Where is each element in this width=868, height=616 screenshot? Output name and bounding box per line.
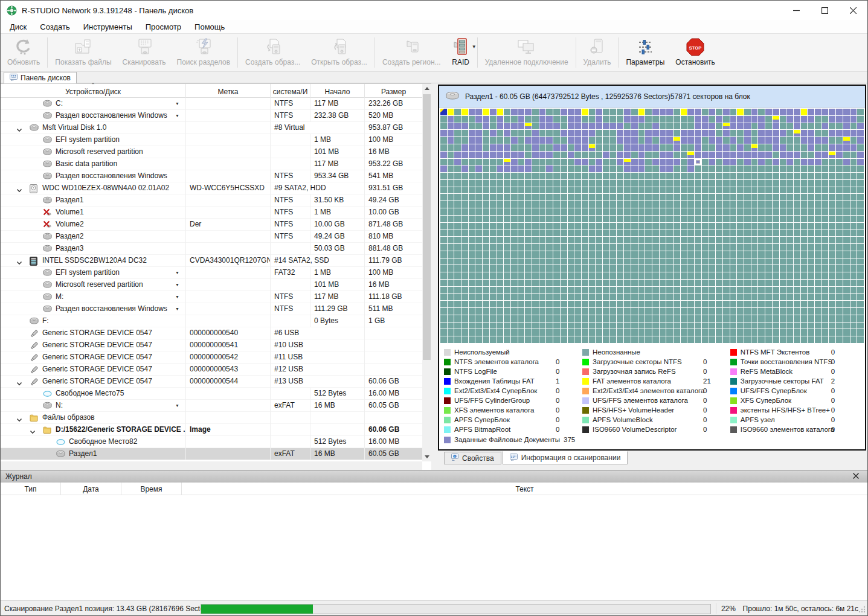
table-row[interactable]: Basic data partition117 MB953.22 GB — [1, 158, 422, 170]
scan-block — [518, 294, 525, 300]
volume-dropdown-icon[interactable]: ▼ — [175, 279, 179, 291]
table-row[interactable]: Файлы образов — [1, 412, 422, 424]
table-row[interactable]: Свободное Место82512 Bytes16.00 MB — [1, 436, 422, 448]
column-header-size[interactable]: Размер — [365, 84, 422, 98]
journal-column-time[interactable]: Время — [121, 483, 182, 495]
expander-icon[interactable] — [16, 185, 24, 194]
refresh-button[interactable]: Обновить — [2, 34, 45, 71]
minimize-button[interactable] — [782, 1, 811, 20]
scan-block — [504, 336, 510, 343]
column-header-label[interactable]: Метка — [186, 84, 271, 98]
tab-properties[interactable]: i Свойства — [444, 452, 501, 464]
scan-button[interactable]: Сканировать — [117, 34, 172, 71]
table-row[interactable]: Раздел восстановления WindowsNTFS953.34 … — [1, 170, 422, 182]
scan-block — [483, 137, 489, 144]
vertical-scrollbar[interactable] — [422, 84, 431, 461]
scan-block — [850, 180, 857, 187]
scan-block — [553, 244, 560, 251]
tab-disk-panel[interactable]: Панель дисков — [4, 72, 77, 83]
scan-block — [610, 216, 617, 222]
expander-icon[interactable] — [16, 415, 24, 424]
table-row[interactable]: D:/15622/Generic STORAGE DEVICE ...Image… — [1, 424, 422, 436]
open-image-button[interactable]: Открыть образ... — [306, 34, 373, 71]
settings-button[interactable]: Параметры — [620, 34, 670, 71]
menu-view[interactable]: Просмотр — [139, 21, 188, 33]
table-row[interactable]: Microsoft reserved partition101 MB16 MB — [1, 146, 422, 158]
column-header-fs[interactable]: система/И — [271, 84, 310, 98]
column-header-device[interactable]: ⌃Устройство/Диск — [1, 84, 186, 98]
scan-block — [674, 194, 680, 201]
volume-dropdown-icon[interactable]: ▼ — [175, 110, 179, 122]
remote-connect-button[interactable]: Удаленное подключение — [480, 34, 574, 71]
table-row[interactable]: N:▼exFAT16 MB60.05 GB — [1, 400, 422, 412]
table-row[interactable]: Generic STORAGE DEVICE 0547000000000544#… — [1, 376, 422, 388]
scan-block — [836, 223, 843, 229]
table-row[interactable]: Generic STORAGE DEVICE 0547000000000543#… — [1, 364, 422, 376]
table-row[interactable]: EFI system partition1 MB100 MB — [1, 134, 422, 146]
table-row[interactable]: Свободное Место75512 Bytes16.00 MB — [1, 388, 422, 400]
find-partitions-button[interactable]: Поиск разделов — [172, 34, 236, 71]
menu-tools[interactable]: Инструменты — [77, 21, 139, 33]
table-row[interactable]: Generic STORAGE DEVICE 0547000000000542#… — [1, 351, 422, 364]
table-row[interactable]: Msft Virtual Disk 1.0#8 Virtual953.87 GB — [1, 122, 422, 134]
bad-icon — [43, 208, 53, 219]
journal-column-date[interactable]: Дата — [61, 483, 121, 495]
scan-block — [758, 244, 765, 251]
table-row[interactable]: F:0 Bytes1 GB — [1, 315, 422, 327]
table-row[interactable]: M:▼NTFS117 MB111.18 GB — [1, 291, 422, 303]
resize-grip[interactable] — [858, 606, 866, 615]
maximize-button[interactable] — [811, 1, 839, 20]
menu-help[interactable]: Помощь — [188, 21, 231, 33]
scan-block — [850, 144, 857, 151]
volume-dropdown-icon[interactable]: ▼ — [175, 267, 179, 279]
volume-dropdown-icon[interactable]: ▼ — [175, 400, 179, 412]
delete-button[interactable]: Удалить — [578, 34, 617, 71]
volume-dropdown-icon[interactable]: ▼ — [175, 291, 179, 303]
journal-column-text[interactable]: Текст — [182, 483, 867, 495]
table-row[interactable]: Раздел1exFAT16 MB60.05 GB — [1, 448, 422, 460]
scan-block — [681, 229, 687, 236]
journal-close-icon[interactable] — [853, 472, 859, 481]
scan-block — [518, 144, 525, 151]
raid-dropdown-icon[interactable]: ▼ — [472, 44, 477, 50]
create-region-button[interactable]: Создать регион... — [377, 34, 446, 71]
expander-icon[interactable] — [16, 258, 24, 267]
menu-create[interactable]: Создать — [33, 21, 76, 33]
panel-splitter[interactable] — [431, 83, 437, 470]
journal-column-type[interactable]: Тип — [1, 483, 61, 495]
table-row[interactable]: Раздел восстановления Windows▼NTFS232.38… — [1, 110, 422, 122]
expander-icon[interactable] — [16, 379, 24, 388]
table-row[interactable]: Раздел350.03 GB881.48 GB — [1, 243, 422, 255]
scan-block-grid[interactable] — [440, 109, 864, 343]
table-row[interactable]: INTEL SSDSC2BW120A4 DC32CVDA343001QR1207… — [1, 255, 422, 267]
table-row[interactable]: WDC WD10EZEX-08WN4A0 02.01A02WD-WCC6Y5HC… — [1, 182, 422, 194]
table-row[interactable]: Раздел2NTFS49.24 GB810 MB — [1, 231, 422, 243]
table-row[interactable]: Раздел восстановления Windows▼NTFS111.29… — [1, 303, 422, 315]
show-files-button[interactable]: Показать файлы — [50, 34, 117, 71]
scroll-down-icon[interactable] — [422, 452, 431, 461]
scrollbar-thumb[interactable] — [423, 94, 431, 360]
table-row[interactable]: Раздел1NTFS31.50 KB49.24 GB — [1, 194, 422, 207]
table-row[interactable]: Microsoft reserved partition▼101 MB16 MB — [1, 279, 422, 291]
table-row[interactable]: Generic STORAGE DEVICE 0547000000000541#… — [1, 339, 422, 351]
device-label-cell — [186, 315, 271, 327]
tab-scan-information[interactable]: Информация о сканировании — [503, 451, 628, 464]
column-header-start[interactable]: Начало — [310, 84, 365, 98]
raid-button[interactable]: RAID ▼ — [446, 34, 475, 71]
scan-block — [744, 144, 751, 151]
table-row[interactable]: Volume2DerNTFS10.00 GB871.48 GB — [1, 219, 422, 231]
menu-disk[interactable]: Диск — [3, 21, 33, 33]
table-row[interactable]: EFI system partition▼FAT321 MB100 MB — [1, 267, 422, 279]
table-row[interactable]: Volume1NTFS1 MB10.00 GB — [1, 207, 422, 219]
volume-dropdown-icon[interactable]: ▼ — [175, 98, 179, 110]
create-image-button[interactable]: Создать образ... — [240, 34, 306, 71]
table-row[interactable]: Generic STORAGE DEVICE 0547000000000540#… — [1, 327, 422, 339]
volume-dropdown-icon[interactable]: ▼ — [175, 303, 179, 315]
table-row[interactable]: C:▼NTFS117 MB232.26 GB — [1, 98, 422, 110]
close-button[interactable] — [839, 1, 867, 20]
expander-icon[interactable] — [30, 427, 37, 436]
horizontal-scrollbar[interactable] — [1, 461, 422, 470]
stop-button[interactable]: STOP Остановить — [670, 34, 721, 71]
scroll-up-icon[interactable] — [422, 84, 431, 93]
expander-icon[interactable] — [16, 125, 24, 134]
